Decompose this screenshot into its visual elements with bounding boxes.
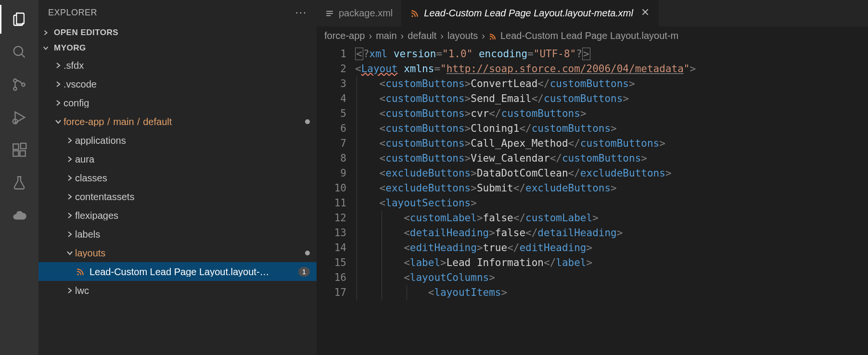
tree-folder-contentassets[interactable]: contentassets bbox=[38, 187, 317, 206]
chevron-right-icon bbox=[64, 193, 75, 201]
sidebar-more-icon[interactable]: ··· bbox=[295, 6, 307, 19]
code-content[interactable]: <?xml version="1.0" encoding="UTF-8"?><L… bbox=[355, 45, 868, 355]
svg-line-1 bbox=[22, 54, 25, 58]
section-folder[interactable]: MYORG bbox=[38, 40, 317, 56]
code-editor[interactable]: 1234567891011121314151617 <?xml version=… bbox=[317, 45, 868, 355]
svg-rect-9 bbox=[21, 143, 26, 149]
modified-dot-icon bbox=[305, 251, 310, 255]
sidebar-title: EXPLORER bbox=[48, 8, 97, 18]
svg-point-0 bbox=[14, 47, 23, 55]
breadcrumb-seg[interactable]: default bbox=[408, 30, 436, 41]
explorer-icon[interactable] bbox=[0, 5, 38, 34]
testing-icon[interactable] bbox=[0, 168, 38, 197]
chevron-down-icon bbox=[53, 118, 64, 126]
breadcrumb[interactable]: force-app› main› default› layouts› Lead-… bbox=[317, 26, 868, 45]
svg-rect-7 bbox=[13, 151, 18, 156]
tab-layout[interactable]: Lead-Custom Lead Page Layout.layout-meta… bbox=[402, 0, 659, 26]
tree-folder-forceapp[interactable]: force-app / main / default bbox=[38, 112, 317, 131]
tree-folder-layouts[interactable]: layouts bbox=[38, 243, 317, 262]
tab-package[interactable]: package.xml bbox=[317, 0, 402, 26]
search-icon[interactable] bbox=[0, 38, 38, 66]
close-icon[interactable] bbox=[641, 8, 650, 19]
breadcrumb-seg[interactable]: Lead-Custom Lead Page Layout.layout-m bbox=[500, 30, 678, 41]
source-control-icon[interactable] bbox=[0, 70, 38, 99]
svg-rect-6 bbox=[13, 144, 18, 149]
file-tree: .sfdx .vscode config force-app / main / … bbox=[38, 56, 317, 300]
modified-dot-icon bbox=[305, 119, 310, 124]
explorer-sidebar: EXPLORER ··· OPEN EDITORS MYORG .sfdx .v… bbox=[38, 0, 317, 355]
tree-folder-classes[interactable]: classes bbox=[38, 168, 317, 187]
breadcrumb-seg[interactable]: layouts bbox=[447, 30, 478, 41]
tab-layout-label: Lead-Custom Lead Page Layout.layout-meta… bbox=[424, 8, 633, 19]
tree-folder-config[interactable]: config bbox=[38, 93, 317, 112]
activity-bar bbox=[0, 0, 38, 355]
tree-folder-aura[interactable]: aura bbox=[38, 150, 317, 168]
tree-folder-sfdx[interactable]: .sfdx bbox=[38, 56, 317, 75]
rss-icon bbox=[410, 9, 419, 18]
svg-rect-8 bbox=[20, 151, 25, 156]
tree-folder-labels[interactable]: labels bbox=[38, 225, 317, 243]
chevron-right-icon bbox=[64, 230, 75, 238]
section-open-editors-label: OPEN EDITORS bbox=[54, 28, 118, 38]
tree-folder-vscode[interactable]: .vscode bbox=[38, 75, 317, 93]
chevron-right-icon bbox=[64, 287, 75, 294]
chevron-right-icon bbox=[53, 80, 64, 88]
breadcrumb-seg[interactable]: main bbox=[376, 30, 396, 41]
svg-point-2 bbox=[13, 79, 17, 82]
chevron-right-icon bbox=[53, 99, 64, 107]
extensions-icon[interactable] bbox=[0, 136, 38, 165]
chevron-right-icon bbox=[64, 137, 75, 144]
svg-point-3 bbox=[13, 87, 17, 90]
tab-bar: package.xml Lead-Custom Lead Page Layout… bbox=[317, 0, 868, 26]
chevron-down-icon bbox=[64, 249, 75, 257]
chevron-right-icon bbox=[64, 155, 75, 163]
section-folder-label: MYORG bbox=[54, 43, 86, 53]
tree-folder-lwc[interactable]: lwc bbox=[38, 281, 317, 300]
salesforce-cloud-icon[interactable] bbox=[0, 201, 38, 230]
chevron-right-icon bbox=[53, 62, 64, 69]
lines-icon bbox=[325, 9, 334, 18]
rss-icon bbox=[76, 267, 85, 276]
tree-file-layout[interactable]: Lead-Custom Lead Page Layout.layout-…1 bbox=[38, 262, 317, 281]
tree-folder-applications[interactable]: applications bbox=[38, 131, 317, 150]
tab-package-label: package.xml bbox=[339, 8, 393, 19]
chevron-right-icon bbox=[64, 174, 75, 182]
breadcrumb-seg[interactable]: force-app bbox=[324, 30, 365, 41]
line-number-gutter: 1234567891011121314151617 bbox=[317, 45, 355, 355]
editor-group: package.xml Lead-Custom Lead Page Layout… bbox=[317, 0, 868, 355]
rss-icon bbox=[489, 32, 497, 39]
chevron-right-icon bbox=[64, 212, 75, 219]
tree-folder-flexipages[interactable]: flexipages bbox=[38, 206, 317, 225]
problems-badge: 1 bbox=[298, 267, 310, 277]
section-open-editors[interactable]: OPEN EDITORS bbox=[38, 25, 317, 40]
run-debug-icon[interactable] bbox=[0, 103, 38, 132]
